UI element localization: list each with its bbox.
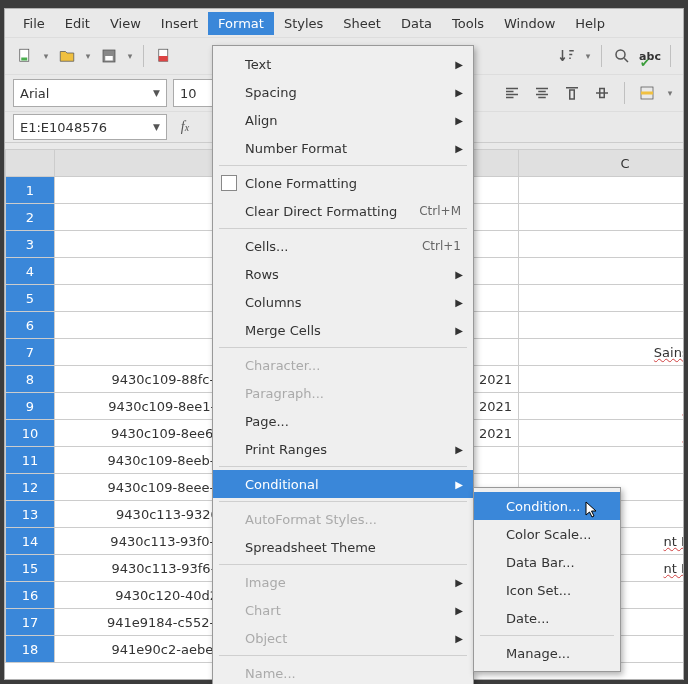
row-header[interactable]: 4 [6,258,55,285]
menu-sheet[interactable]: Sheet [333,12,391,35]
cell[interactable]: Tesco [519,366,684,393]
menu-item-label: AutoFormat Styles... [245,512,377,527]
cell[interactable]: Emma [519,231,684,258]
content-area: FileEditViewInsertFormatStylesSheetDataT… [4,8,684,680]
menu-item-spacing[interactable]: Spacing▶ [213,78,473,106]
align-center-icon[interactable] [530,81,554,105]
submenu-arrow-icon: ▶ [455,59,463,70]
menu-item-label: Manage... [506,646,570,661]
cell[interactable]: aypal [519,447,684,474]
cell[interactable]: Paypal [519,420,684,447]
menu-styles[interactable]: Styles [274,12,333,35]
cell[interactable]: Paypal [519,393,684,420]
menu-item-condition[interactable]: Condition... [474,492,620,520]
row-header[interactable]: 6 [6,312,55,339]
menu-insert[interactable]: Insert [151,12,208,35]
menu-item-text[interactable]: Text▶ [213,50,473,78]
menu-item-label: Align [245,113,278,128]
row-header[interactable]: 11 [6,447,55,474]
row-header[interactable]: 10 [6,420,55,447]
align-top-icon[interactable] [560,81,584,105]
cell-reference-combo[interactable]: E1:E1048576▼ [13,114,167,140]
menu-file[interactable]: File [13,12,55,35]
menu-item-rows[interactable]: Rows▶ [213,260,473,288]
row-header[interactable]: 12 [6,474,55,501]
spellcheck-icon[interactable]: abc✔ [638,44,662,68]
cell[interactable]: Payee [519,177,684,204]
dropdown-icon[interactable]: ▾ [665,88,675,98]
row-header[interactable]: 5 [6,285,55,312]
find-icon[interactable] [610,44,634,68]
menu-view[interactable]: View [100,12,151,35]
row-header[interactable]: 14 [6,528,55,555]
open-icon[interactable] [55,44,79,68]
menu-item-label: Character... [245,358,320,373]
column-header[interactable]: C [519,150,684,177]
cell[interactable]: Sainsburys [519,339,684,366]
align-left-icon[interactable] [500,81,524,105]
font-size-value: 10 [180,86,197,101]
dropdown-icon[interactable]: ▾ [83,51,93,61]
align-middle-icon[interactable] [590,81,614,105]
menu-item-page[interactable]: Page... [213,407,473,435]
row-header[interactable]: 13 [6,501,55,528]
menu-item-label: Clone Formatting [245,176,357,191]
menu-item-manage[interactable]: Manage... [474,639,620,667]
dropdown-icon[interactable]: ▾ [125,51,135,61]
row-header[interactable]: 2 [6,204,55,231]
menu-tools[interactable]: Tools [442,12,494,35]
cell[interactable]: Emma [519,312,684,339]
row-header[interactable]: 18 [6,636,55,663]
font-name-value: Arial [20,86,49,101]
menu-item-clone-formatting[interactable]: Clone Formatting [213,169,473,197]
font-name-combo[interactable]: Arial▼ [13,79,167,107]
insert-row-icon[interactable] [635,81,659,105]
function-wizard-icon[interactable]: fx [173,115,197,139]
row-header[interactable]: 9 [6,393,55,420]
sort-icon[interactable] [555,44,579,68]
cell[interactable]: Emma [519,258,684,285]
menu-item-name: Name... [213,659,473,684]
save-icon[interactable] [97,44,121,68]
menu-item-label: Name... [245,666,296,681]
cell[interactable] [519,204,684,231]
menu-item-merge-cells[interactable]: Merge Cells▶ [213,316,473,344]
menu-item-print-ranges[interactable]: Print Ranges▶ [213,435,473,463]
svg-rect-8 [641,92,653,95]
menu-item-number-format[interactable]: Number Format▶ [213,134,473,162]
menu-separator [219,655,467,656]
menu-edit[interactable]: Edit [55,12,100,35]
row-header[interactable]: 7 [6,339,55,366]
submenu-arrow-icon: ▶ [455,143,463,154]
row-header[interactable]: 15 [6,555,55,582]
menu-item-clear-direct-formatting[interactable]: Clear Direct FormattingCtrl+M [213,197,473,225]
menu-item-label: Color Scale... [506,527,591,542]
menu-data[interactable]: Data [391,12,442,35]
new-file-icon[interactable] [13,44,37,68]
submenu-arrow-icon: ▶ [455,633,463,644]
cell[interactable]: Emma [519,285,684,312]
row-header[interactable]: 8 [6,366,55,393]
menu-item-label: Data Bar... [506,555,575,570]
checkbox-icon [221,175,237,191]
row-header[interactable]: 1 [6,177,55,204]
menu-item-spreadsheet-theme[interactable]: Spreadsheet Theme [213,533,473,561]
row-header[interactable]: 16 [6,582,55,609]
menu-item-conditional[interactable]: Conditional▶ [213,470,473,498]
dropdown-icon[interactable]: ▾ [583,51,593,61]
menu-item-icon-set[interactable]: Icon Set... [474,576,620,604]
menu-item-color-scale[interactable]: Color Scale... [474,520,620,548]
menu-item-columns[interactable]: Columns▶ [213,288,473,316]
export-pdf-icon[interactable] [152,44,176,68]
menu-window[interactable]: Window [494,12,565,35]
menu-item-data-bar[interactable]: Data Bar... [474,548,620,576]
row-header[interactable]: 17 [6,609,55,636]
menu-help[interactable]: Help [565,12,615,35]
menu-format[interactable]: Format [208,12,274,35]
menu-item-align[interactable]: Align▶ [213,106,473,134]
dropdown-icon[interactable]: ▾ [41,51,51,61]
menu-item-cells[interactable]: Cells...Ctrl+1 [213,232,473,260]
menu-item-date[interactable]: Date... [474,604,620,632]
menu-item-label: Rows [245,267,279,282]
row-header[interactable]: 3 [6,231,55,258]
